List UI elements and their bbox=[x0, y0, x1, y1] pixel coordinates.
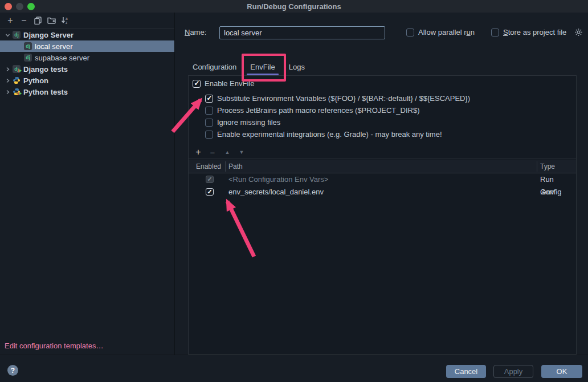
enable-envfile-checkbox[interactable]: Enable EnvFile bbox=[193, 79, 254, 88]
dialog-footer: ? Cancel Apply OK bbox=[0, 355, 588, 382]
django-tests-icon: dj bbox=[13, 65, 21, 73]
ok-button[interactable]: OK bbox=[541, 365, 582, 378]
add-icon[interactable]: + bbox=[3, 14, 17, 27]
column-header-path[interactable]: Path bbox=[228, 160, 243, 173]
remove-icon[interactable]: − bbox=[17, 14, 31, 27]
allow-parallel-run-label: Allow parallel run bbox=[418, 28, 475, 36]
tree-item-python-tests[interactable]: Python tests bbox=[0, 86, 174, 97]
row-enabled-checkbox[interactable] bbox=[206, 188, 214, 196]
tree-item-python[interactable]: Python bbox=[0, 75, 174, 86]
tree-item-label: Django tests bbox=[23, 65, 68, 74]
envfile-table-header: Enabled Path Type bbox=[189, 160, 576, 173]
tree-item-label: Python bbox=[23, 76, 48, 85]
row-path: env_secrets/local_daniel.env bbox=[228, 186, 324, 198]
chevron-right-icon[interactable] bbox=[2, 67, 13, 72]
row-type: .env bbox=[540, 186, 554, 198]
sidebar-toolbar: + − az bbox=[0, 13, 174, 29]
allow-parallel-run-checkbox[interactable]: Allow parallel run bbox=[406, 28, 475, 36]
tree-item-local-server[interactable]: dj local server bbox=[0, 40, 174, 52]
remove-icon[interactable]: − bbox=[208, 146, 217, 159]
process-path-macro-checkbox[interactable]: Process JetBrains path macro references … bbox=[205, 106, 419, 115]
svg-text:z: z bbox=[66, 21, 67, 25]
checkbox-box[interactable] bbox=[406, 29, 414, 36]
checkbox-label: Substitute Environment Variables (${FOO}… bbox=[217, 94, 470, 103]
apply-button[interactable]: Apply bbox=[493, 365, 533, 378]
python-icon bbox=[13, 76, 21, 84]
tab-configuration[interactable]: Configuration bbox=[188, 59, 243, 75]
name-input[interactable] bbox=[219, 26, 385, 39]
configuration-tree: dj Django Server dj local server dj supa… bbox=[0, 29, 174, 97]
move-up-icon[interactable]: ▲ bbox=[223, 146, 232, 159]
django-icon: dj bbox=[24, 42, 32, 50]
experimental-integrations-checkbox[interactable]: Enable experimental integrations (e.g. G… bbox=[205, 130, 442, 139]
checkbox-label: Process JetBrains path macro references … bbox=[217, 106, 419, 115]
table-row-env-secrets[interactable]: env_secrets/local_daniel.env .env bbox=[189, 186, 576, 198]
checkbox-box[interactable] bbox=[193, 80, 201, 88]
configurations-sidebar: + − az dj Django Server dj local bbox=[0, 13, 175, 355]
ignore-missing-files-checkbox[interactable]: Ignore missing files bbox=[205, 118, 280, 127]
column-separator[interactable] bbox=[537, 161, 537, 172]
django-icon: dj bbox=[24, 54, 32, 62]
move-down-icon[interactable]: ▼ bbox=[237, 146, 246, 159]
tab-logs[interactable]: Logs bbox=[282, 59, 312, 75]
checkbox-label: Enable experimental integrations (e.g. G… bbox=[217, 130, 442, 139]
checkbox-label: Ignore missing files bbox=[217, 118, 280, 127]
envfile-table-toolbar: + − ▲ ▼ bbox=[189, 146, 576, 159]
envfile-panel: Enable EnvFile Substitute Environment Va… bbox=[188, 75, 577, 355]
column-header-type[interactable]: Type bbox=[540, 160, 555, 173]
store-as-project-file-label: Store as project file bbox=[503, 28, 566, 36]
close-window-button[interactable] bbox=[5, 3, 12, 10]
new-folder-icon[interactable] bbox=[44, 14, 58, 27]
gear-icon[interactable] bbox=[574, 28, 583, 36]
table-row-run-config-env-vars[interactable]: <Run Configuration Env Vars> Run Config bbox=[189, 173, 576, 186]
window-title: Run/Debug Configurations bbox=[247, 2, 341, 11]
django-icon: dj bbox=[13, 31, 21, 39]
substitute-env-vars-checkbox[interactable]: Substitute Environment Variables (${FOO}… bbox=[205, 94, 470, 103]
checkbox-box[interactable] bbox=[205, 107, 213, 115]
tree-item-supabase-server[interactable]: dj supabase server bbox=[0, 52, 174, 63]
tabs-bar: Configuration EnvFile Logs bbox=[188, 59, 312, 75]
name-label: Name: bbox=[185, 26, 206, 39]
copy-icon[interactable] bbox=[31, 14, 44, 27]
row-enabled-checkbox bbox=[206, 176, 214, 183]
help-icon[interactable]: ? bbox=[7, 365, 18, 376]
cancel-button[interactable]: Cancel bbox=[446, 365, 486, 378]
python-tests-icon bbox=[13, 88, 21, 96]
chevron-right-icon[interactable] bbox=[2, 78, 13, 83]
checkbox-label: Enable EnvFile bbox=[205, 79, 254, 88]
column-header-enabled[interactable]: Enabled bbox=[196, 160, 221, 173]
main-panel: Name: Allow parallel run Store as projec… bbox=[175, 13, 588, 355]
tree-item-label: Python tests bbox=[23, 88, 68, 96]
tab-envfile[interactable]: EnvFile bbox=[243, 59, 281, 75]
checkbox-box[interactable] bbox=[205, 95, 213, 103]
checkbox-box[interactable] bbox=[491, 29, 499, 36]
tree-item-label: local server bbox=[35, 42, 72, 51]
sort-alphabetically-icon[interactable]: az bbox=[58, 14, 72, 27]
tree-item-django-server[interactable]: dj Django Server bbox=[0, 29, 174, 40]
edit-configuration-templates-link[interactable]: Edit configuration templates… bbox=[5, 342, 103, 350]
checkbox-box[interactable] bbox=[205, 131, 213, 139]
tree-item-label: Django Server bbox=[23, 31, 74, 39]
tree-item-django-tests[interactable]: dj Django tests bbox=[0, 63, 174, 75]
row-path: <Run Configuration Env Vars> bbox=[228, 173, 328, 186]
column-separator[interactable] bbox=[225, 161, 226, 172]
checkbox-box[interactable] bbox=[205, 119, 213, 127]
zoom-window-button[interactable] bbox=[27, 3, 35, 10]
run-debug-configurations-dialog: Run/Debug Configurations + − az dj Djang… bbox=[0, 0, 588, 382]
add-icon[interactable]: + bbox=[194, 146, 203, 159]
row-type: Run Config bbox=[540, 173, 576, 186]
tree-item-label: supabase server bbox=[35, 54, 89, 62]
chevron-right-icon[interactable] bbox=[2, 90, 13, 95]
title-bar: Run/Debug Configurations bbox=[0, 0, 588, 13]
chevron-down-icon[interactable] bbox=[2, 32, 13, 38]
store-as-project-file-checkbox[interactable]: Store as project file bbox=[491, 28, 566, 36]
minimize-window-button bbox=[16, 3, 23, 10]
